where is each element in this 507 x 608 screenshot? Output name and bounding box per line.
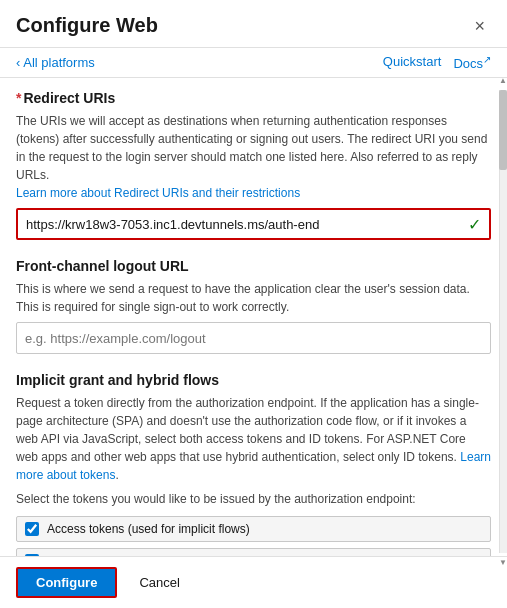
dialog-nav: ‹ All platforms Quickstart Docs↗ [0, 48, 507, 78]
redirect-uris-title: *Redirect URIs [16, 90, 491, 106]
access-tokens-checkbox[interactable] [25, 522, 39, 536]
id-tokens-item: ID tokens (used for implicit and hybrid … [16, 548, 491, 556]
token-checkboxes: Access tokens (used for implicit flows) … [16, 516, 491, 556]
access-tokens-label: Access tokens (used for implicit flows) [47, 522, 250, 536]
redirect-uri-input[interactable] [26, 217, 462, 232]
logout-url-input[interactable] [16, 322, 491, 354]
required-star: * [16, 90, 21, 106]
logout-url-section: Front-channel logout URL This is where w… [16, 258, 491, 354]
docs-link[interactable]: Docs↗ [453, 54, 491, 71]
implicit-grant-title: Implicit grant and hybrid flows [16, 372, 491, 388]
external-link-icon: ↗ [483, 54, 491, 65]
scroll-up-arrow[interactable]: ▲ [499, 76, 507, 85]
select-tokens-label: Select the tokens you would like to be i… [16, 490, 491, 508]
scroll-down-arrow[interactable]: ▼ [499, 558, 507, 567]
dialog-footer: Configure Cancel [0, 556, 507, 608]
implicit-grant-section: Implicit grant and hybrid flows Request … [16, 372, 491, 556]
quickstart-link[interactable]: Quickstart [383, 54, 442, 71]
logout-url-desc: This is where we send a request to have … [16, 280, 491, 316]
redirect-uris-desc: The URIs we will accept as destinations … [16, 112, 491, 202]
nav-right: Quickstart Docs↗ [383, 54, 491, 71]
configure-web-dialog: Configure Web × ‹ All platforms Quicksta… [0, 0, 507, 608]
logout-url-title: Front-channel logout URL [16, 258, 491, 274]
redirect-uris-link[interactable]: Learn more about Redirect URIs and their… [16, 186, 300, 200]
implicit-grant-desc: Request a token directly from the author… [16, 394, 491, 484]
cancel-button[interactable]: Cancel [127, 569, 191, 596]
scrollbar[interactable]: ▲ ▼ [499, 90, 507, 553]
dialog-title: Configure Web [16, 14, 158, 37]
redirect-uri-input-row: ✓ [16, 208, 491, 240]
configure-button[interactable]: Configure [16, 567, 117, 598]
scrollbar-thumb[interactable] [499, 90, 507, 170]
close-button[interactable]: × [468, 15, 491, 37]
redirect-uris-section: *Redirect URIs The URIs we will accept a… [16, 90, 491, 240]
dialog-header: Configure Web × [0, 0, 507, 48]
dialog-body: *Redirect URIs The URIs we will accept a… [0, 78, 507, 556]
check-icon: ✓ [468, 215, 481, 234]
access-tokens-item: Access tokens (used for implicit flows) [16, 516, 491, 542]
all-platforms-link[interactable]: ‹ All platforms [16, 55, 95, 70]
